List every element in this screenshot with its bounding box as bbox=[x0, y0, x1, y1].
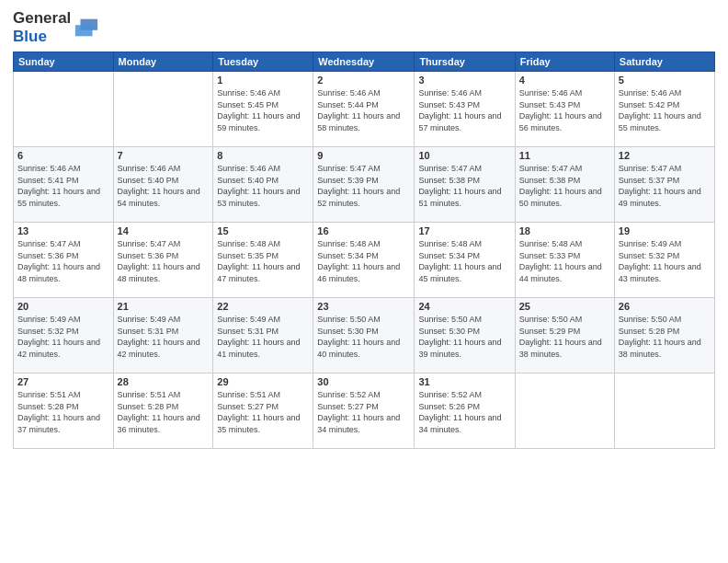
day-detail: Sunrise: 5:47 AM Sunset: 5:39 PM Dayligh… bbox=[317, 163, 410, 209]
calendar-cell: 25Sunrise: 5:50 AM Sunset: 5:29 PM Dayli… bbox=[515, 298, 614, 373]
calendar-cell bbox=[14, 72, 114, 147]
day-number: 11 bbox=[519, 150, 610, 161]
calendar-cell: 5Sunrise: 5:46 AM Sunset: 5:42 PM Daylig… bbox=[614, 72, 714, 147]
day-detail: Sunrise: 5:49 AM Sunset: 5:32 PM Dayligh… bbox=[619, 238, 711, 284]
calendar-table: SundayMondayTuesdayWednesdayThursdayFrid… bbox=[13, 52, 715, 449]
calendar-cell: 12Sunrise: 5:47 AM Sunset: 5:37 PM Dayli… bbox=[614, 147, 714, 223]
day-detail: Sunrise: 5:47 AM Sunset: 5:38 PM Dayligh… bbox=[519, 163, 610, 209]
calendar-cell: 27Sunrise: 5:51 AM Sunset: 5:28 PM Dayli… bbox=[14, 373, 114, 449]
calendar-cell: 16Sunrise: 5:48 AM Sunset: 5:34 PM Dayli… bbox=[313, 223, 415, 298]
day-number: 14 bbox=[118, 225, 210, 236]
day-number: 24 bbox=[418, 301, 510, 312]
day-detail: Sunrise: 5:47 AM Sunset: 5:36 PM Dayligh… bbox=[17, 238, 109, 284]
weekday-header-friday: Friday bbox=[515, 52, 614, 72]
day-number: 1 bbox=[217, 75, 309, 86]
day-number: 31 bbox=[418, 376, 510, 387]
calendar-cell: 20Sunrise: 5:49 AM Sunset: 5:32 PM Dayli… bbox=[14, 298, 114, 373]
calendar-cell: 7Sunrise: 5:46 AM Sunset: 5:40 PM Daylig… bbox=[113, 147, 213, 223]
day-number: 26 bbox=[619, 301, 711, 312]
day-detail: Sunrise: 5:50 AM Sunset: 5:29 PM Dayligh… bbox=[519, 314, 610, 360]
day-detail: Sunrise: 5:46 AM Sunset: 5:43 PM Dayligh… bbox=[519, 87, 610, 133]
day-detail: Sunrise: 5:46 AM Sunset: 5:42 PM Dayligh… bbox=[619, 87, 711, 133]
calendar-cell: 21Sunrise: 5:49 AM Sunset: 5:31 PM Dayli… bbox=[113, 298, 213, 373]
calendar-cell: 2Sunrise: 5:46 AM Sunset: 5:44 PM Daylig… bbox=[313, 72, 415, 147]
calendar-cell: 10Sunrise: 5:47 AM Sunset: 5:38 PM Dayli… bbox=[415, 147, 515, 223]
calendar-cell: 9Sunrise: 5:47 AM Sunset: 5:39 PM Daylig… bbox=[313, 147, 415, 223]
day-number: 20 bbox=[17, 301, 109, 312]
day-detail: Sunrise: 5:46 AM Sunset: 5:40 PM Dayligh… bbox=[118, 163, 210, 209]
week-row-3: 13Sunrise: 5:47 AM Sunset: 5:36 PM Dayli… bbox=[14, 223, 715, 298]
day-number: 22 bbox=[217, 301, 309, 312]
day-number: 2 bbox=[317, 75, 410, 86]
calendar-cell: 26Sunrise: 5:50 AM Sunset: 5:28 PM Dayli… bbox=[614, 298, 714, 373]
day-detail: Sunrise: 5:50 AM Sunset: 5:30 PM Dayligh… bbox=[317, 314, 410, 360]
day-number: 6 bbox=[17, 150, 109, 161]
calendar-cell bbox=[515, 373, 614, 449]
weekday-header-wednesday: Wednesday bbox=[313, 52, 415, 72]
logo-blue: Blue bbox=[13, 28, 71, 46]
day-detail: Sunrise: 5:46 AM Sunset: 5:43 PM Dayligh… bbox=[418, 87, 510, 133]
week-row-1: 1Sunrise: 5:46 AM Sunset: 5:45 PM Daylig… bbox=[14, 72, 715, 147]
calendar-cell: 18Sunrise: 5:48 AM Sunset: 5:33 PM Dayli… bbox=[515, 223, 614, 298]
calendar-cell: 22Sunrise: 5:49 AM Sunset: 5:31 PM Dayli… bbox=[213, 298, 313, 373]
logo-general: General bbox=[13, 9, 71, 28]
day-number: 12 bbox=[619, 150, 711, 161]
day-detail: Sunrise: 5:46 AM Sunset: 5:44 PM Dayligh… bbox=[317, 87, 410, 133]
weekday-header-sunday: Sunday bbox=[14, 52, 114, 72]
day-number: 16 bbox=[317, 225, 410, 236]
day-number: 30 bbox=[317, 376, 410, 387]
calendar-cell: 4Sunrise: 5:46 AM Sunset: 5:43 PM Daylig… bbox=[515, 72, 614, 147]
page: General Blue SundayMondayTuesdayWednesda… bbox=[0, 0, 728, 563]
calendar-cell: 1Sunrise: 5:46 AM Sunset: 5:45 PM Daylig… bbox=[213, 72, 313, 147]
calendar-cell: 29Sunrise: 5:51 AM Sunset: 5:27 PM Dayli… bbox=[213, 373, 313, 449]
day-detail: Sunrise: 5:51 AM Sunset: 5:28 PM Dayligh… bbox=[17, 389, 109, 435]
day-number: 23 bbox=[317, 301, 410, 312]
day-detail: Sunrise: 5:47 AM Sunset: 5:37 PM Dayligh… bbox=[619, 163, 711, 209]
week-row-2: 6Sunrise: 5:46 AM Sunset: 5:41 PM Daylig… bbox=[14, 147, 715, 223]
day-detail: Sunrise: 5:48 AM Sunset: 5:33 PM Dayligh… bbox=[519, 238, 610, 284]
calendar-cell: 13Sunrise: 5:47 AM Sunset: 5:36 PM Dayli… bbox=[14, 223, 114, 298]
day-detail: Sunrise: 5:51 AM Sunset: 5:27 PM Dayligh… bbox=[217, 389, 309, 435]
weekday-header-saturday: Saturday bbox=[614, 52, 714, 72]
day-number: 18 bbox=[519, 225, 610, 236]
calendar-cell: 15Sunrise: 5:48 AM Sunset: 5:35 PM Dayli… bbox=[213, 223, 313, 298]
header: General Blue bbox=[13, 9, 715, 46]
logo-icon bbox=[74, 15, 99, 40]
day-number: 3 bbox=[418, 75, 510, 86]
day-detail: Sunrise: 5:48 AM Sunset: 5:35 PM Dayligh… bbox=[217, 238, 309, 284]
calendar-cell: 6Sunrise: 5:46 AM Sunset: 5:41 PM Daylig… bbox=[14, 147, 114, 223]
day-number: 21 bbox=[118, 301, 210, 312]
calendar-cell: 30Sunrise: 5:52 AM Sunset: 5:27 PM Dayli… bbox=[313, 373, 415, 449]
calendar-cell: 11Sunrise: 5:47 AM Sunset: 5:38 PM Dayli… bbox=[515, 147, 614, 223]
logo: General Blue bbox=[13, 9, 99, 46]
weekday-header-thursday: Thursday bbox=[415, 52, 515, 72]
day-number: 5 bbox=[619, 75, 711, 86]
day-number: 15 bbox=[217, 225, 309, 236]
day-number: 29 bbox=[217, 376, 309, 387]
calendar-cell bbox=[113, 72, 213, 147]
day-number: 25 bbox=[519, 301, 610, 312]
weekday-header-tuesday: Tuesday bbox=[213, 52, 313, 72]
weekday-header-monday: Monday bbox=[113, 52, 213, 72]
day-number: 9 bbox=[317, 150, 410, 161]
weekday-header-row: SundayMondayTuesdayWednesdayThursdayFrid… bbox=[14, 52, 715, 72]
day-detail: Sunrise: 5:47 AM Sunset: 5:36 PM Dayligh… bbox=[118, 238, 210, 284]
svg-marker-1 bbox=[75, 25, 93, 36]
day-number: 7 bbox=[118, 150, 210, 161]
day-detail: Sunrise: 5:49 AM Sunset: 5:32 PM Dayligh… bbox=[17, 314, 109, 360]
calendar-cell: 23Sunrise: 5:50 AM Sunset: 5:30 PM Dayli… bbox=[313, 298, 415, 373]
calendar-cell: 3Sunrise: 5:46 AM Sunset: 5:43 PM Daylig… bbox=[415, 72, 515, 147]
week-row-4: 20Sunrise: 5:49 AM Sunset: 5:32 PM Dayli… bbox=[14, 298, 715, 373]
day-detail: Sunrise: 5:46 AM Sunset: 5:41 PM Dayligh… bbox=[17, 163, 109, 209]
day-number: 4 bbox=[519, 75, 610, 86]
calendar-cell: 19Sunrise: 5:49 AM Sunset: 5:32 PM Dayli… bbox=[614, 223, 714, 298]
day-detail: Sunrise: 5:47 AM Sunset: 5:38 PM Dayligh… bbox=[418, 163, 510, 209]
day-number: 19 bbox=[619, 225, 711, 236]
calendar-cell: 28Sunrise: 5:51 AM Sunset: 5:28 PM Dayli… bbox=[113, 373, 213, 449]
calendar-cell: 31Sunrise: 5:52 AM Sunset: 5:26 PM Dayli… bbox=[415, 373, 515, 449]
calendar-cell: 17Sunrise: 5:48 AM Sunset: 5:34 PM Dayli… bbox=[415, 223, 515, 298]
calendar-cell: 24Sunrise: 5:50 AM Sunset: 5:30 PM Dayli… bbox=[415, 298, 515, 373]
day-detail: Sunrise: 5:51 AM Sunset: 5:28 PM Dayligh… bbox=[118, 389, 210, 435]
week-row-5: 27Sunrise: 5:51 AM Sunset: 5:28 PM Dayli… bbox=[14, 373, 715, 449]
day-number: 10 bbox=[418, 150, 510, 161]
